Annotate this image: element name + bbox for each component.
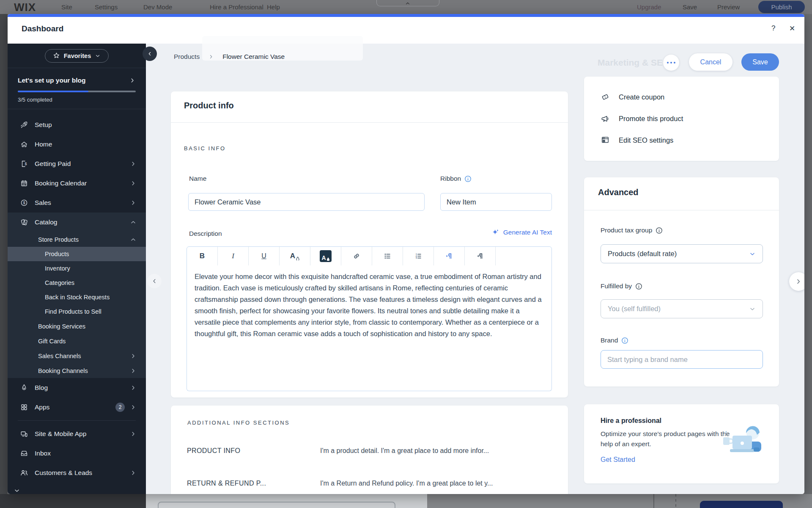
dashboard-modal: Dashboard ? ✕ Favorites Let's set up you… <box>8 14 804 494</box>
catalog-group: Catalog Store Products Products Inventor… <box>8 213 146 378</box>
text-direction-rtl-button[interactable] <box>434 247 465 265</box>
background-field-outline <box>158 502 395 508</box>
publish-button[interactable]: Publish <box>758 1 805 13</box>
dashboard-content: Products Flower Ceramic Vase Product inf… <box>146 44 804 494</box>
fulfilled-by-select[interactable]: You (self fulfilled) <box>601 299 763 318</box>
menu-settings[interactable]: Settings <box>95 3 118 11</box>
product-tax-group-select[interactable]: Products (default rate) <box>601 244 763 263</box>
chevron-right-icon <box>130 367 137 374</box>
sidebar-item-back-in-stock-requests[interactable]: Back in Stock Requests <box>8 290 146 304</box>
upgrade-link[interactable]: Upgrade <box>637 3 661 11</box>
info-section-row-value[interactable]: I'm a Return and Refund policy. I'm a gr… <box>320 480 493 487</box>
info-icon[interactable] <box>656 227 663 234</box>
marketing-seo-ghost-title: Marketing & SEO <box>598 58 669 68</box>
editor-save-link[interactable]: Save <box>683 3 697 11</box>
get-started-link[interactable]: Get Started <box>601 456 635 464</box>
cancel-button[interactable]: Cancel <box>689 53 732 71</box>
help-icon[interactable]: ? <box>771 24 775 33</box>
chevron-right-icon <box>130 431 137 437</box>
brand-input[interactable] <box>601 350 763 369</box>
scroll-right-button[interactable] <box>789 272 804 291</box>
text-direction-ltr-button[interactable] <box>465 247 496 265</box>
sidebar-item-setup[interactable]: Setup <box>8 115 146 135</box>
sidebar-item-inventory[interactable]: Inventory <box>8 261 146 276</box>
blog-setup-banner[interactable]: Let's set up your blog 3/5 completed <box>8 68 146 109</box>
browser-gear-icon <box>601 136 609 144</box>
topbar-collapse-tab[interactable] <box>376 0 439 6</box>
close-icon[interactable]: ✕ <box>789 24 795 33</box>
menu-dev-mode[interactable]: Dev Mode <box>143 3 172 11</box>
bold-button[interactable]: B <box>187 247 218 265</box>
generate-ai-text-button[interactable]: Generate AI Text <box>492 229 552 236</box>
promote-product-action[interactable]: Promote this product <box>601 114 683 123</box>
sidebar-item-getting-paid[interactable]: Getting Paid <box>8 154 146 174</box>
info-section-row-label[interactable]: RETURN & REFUND P... <box>187 480 266 487</box>
sidebar-item-customers-and-leads[interactable]: Customers & Leads <box>8 463 146 483</box>
sidebar-item-booking-channels[interactable]: Booking Channels <box>8 363 146 378</box>
card-title: Product info <box>184 101 234 110</box>
menu-help[interactable]: Help <box>267 3 280 11</box>
sidebar-item-inbox[interactable]: Inbox <box>8 444 146 463</box>
sidebar-item-apps[interactable]: Apps 2 <box>8 398 146 417</box>
favorites-button[interactable]: Favorites <box>45 49 109 63</box>
sidebar-scroll-more[interactable] <box>14 487 20 493</box>
scroll-left-button[interactable] <box>147 274 162 288</box>
name-input[interactable] <box>188 193 425 211</box>
chevron-down-icon <box>95 53 101 59</box>
info-icon[interactable] <box>464 175 472 182</box>
paragraph-ltr-icon <box>476 252 484 260</box>
ribbon-input[interactable] <box>440 193 552 211</box>
link-button[interactable] <box>341 247 372 265</box>
product-info-card: Product info BASIC INFO Name Ribbon Desc… <box>171 91 568 398</box>
description-textarea[interactable]: Elevate your home decor with this exquis… <box>187 265 552 391</box>
hire-title: Hire a professional <box>601 417 661 425</box>
info-section-row-value[interactable]: I'm a product detail. I'm a great place … <box>320 447 489 455</box>
sidebar-item-booking-services[interactable]: Booking Services <box>8 319 146 334</box>
chevron-right-icon <box>130 404 137 411</box>
sidebar-item-store-products[interactable]: Store Products <box>8 232 146 247</box>
menu-site[interactable]: Site <box>61 3 72 11</box>
breadcrumb: Products Flower Ceramic Vase <box>174 53 285 61</box>
more-actions-button[interactable] <box>663 55 679 71</box>
info-section-row-label[interactable]: PRODUCT INFO <box>187 447 240 455</box>
create-coupon-action[interactable]: Create coupon <box>601 93 664 101</box>
sidebar-item-categories[interactable]: Categories <box>8 276 146 290</box>
sidebar-item-catalog[interactable]: Catalog <box>8 213 146 232</box>
sidebar-item-find-products-to-sell[interactable]: Find Products to Sell <box>8 304 146 319</box>
chevron-up-icon <box>130 236 137 243</box>
brand-label: Brand <box>601 337 628 344</box>
sidebar-item-booking-calendar[interactable]: Booking Calendar <box>8 174 146 193</box>
coupon-ticket-icon <box>601 93 609 101</box>
chevron-up-icon <box>130 219 137 226</box>
numbered-list-button[interactable] <box>403 247 434 265</box>
info-icon[interactable] <box>621 337 628 344</box>
bottom-dark-block <box>0 494 146 508</box>
blog-progress-fill <box>18 91 88 92</box>
sidebar-item-gift-cards[interactable]: Gift Cards <box>8 334 146 348</box>
bullet-list-button[interactable] <box>372 247 403 265</box>
underline-button[interactable]: U <box>249 247 280 265</box>
pen-nib-icon <box>20 384 28 392</box>
italic-button[interactable]: I <box>218 247 249 265</box>
info-icon[interactable] <box>635 283 642 290</box>
sidebar-item-blog[interactable]: Blog <box>8 378 146 398</box>
sidebar-item-home[interactable]: Home <box>8 135 146 154</box>
edit-seo-settings-action[interactable]: Edit SEO settings <box>601 136 673 144</box>
sidebar-item-site-and-mobile-app[interactable]: Site & Mobile App <box>8 424 146 444</box>
sidebar-item-products[interactable]: Products <box>8 247 146 261</box>
description-label: Description <box>189 230 222 237</box>
dim-left-strip <box>0 14 8 494</box>
preview-link[interactable]: Preview <box>717 3 740 11</box>
highlight-color-button[interactable]: A <box>310 247 341 265</box>
collapse-sidebar-button[interactable] <box>143 47 157 61</box>
breadcrumb-current: Flower Ceramic Vase <box>222 53 285 61</box>
sidebar-item-sales-channels[interactable]: Sales Channels <box>8 348 146 363</box>
menu-hire-a-professional[interactable]: Hire a Professional <box>210 3 263 11</box>
numbered-list-icon <box>414 252 422 260</box>
text-color-button[interactable]: A <box>280 247 310 265</box>
save-button[interactable]: Save <box>741 53 779 71</box>
rich-text-toolbar: B I U A A <box>187 246 552 266</box>
chevron-down-icon <box>14 487 20 493</box>
breadcrumb-products[interactable]: Products <box>174 53 200 61</box>
sidebar-item-sales[interactable]: Sales <box>8 193 146 213</box>
